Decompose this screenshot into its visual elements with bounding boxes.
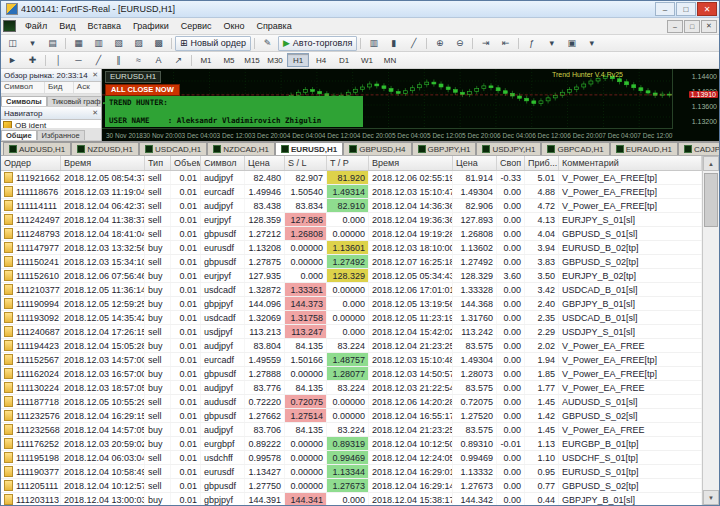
table-row[interactable]: 1111930922018.12.05 14:35:42buy0.01usdca… [1,311,702,325]
column-header-9[interactable]: Цена [453,156,497,170]
menu-item-Вставка[interactable]: Вставка [81,20,126,32]
table-row[interactable]: 1119216622018.12.05 08:54:37sell0.01audj… [1,171,702,185]
column-header-6[interactable]: S / L [285,156,327,170]
menu-item-Сервис[interactable]: Сервис [175,20,218,32]
templates-icon[interactable]: ▣ [562,36,581,51]
profiles-icon[interactable]: ▤ [43,36,62,51]
indicators-dropdown-icon[interactable]: ▾ [542,36,561,51]
mdi-close-button[interactable]: ✕ [701,20,717,33]
table-row[interactable]: 1112103772018.12.05 11:36:14buy0.01usdca… [1,283,702,297]
table-row[interactable]: 1111479772018.12.03 13:32:56buy0.01eurus… [1,241,702,255]
minimize-button[interactable]: – [655,2,675,16]
market-watch-close-icon[interactable]: ✕ [92,71,98,79]
chart-tab-USDCAD,H1[interactable]: USDCAD,H1 [139,142,207,155]
table-row[interactable]: 1111762522018.12.03 20:59:02buy0.01eurgb… [1,437,702,451]
table-row[interactable]: 1111141112018.12.04 06:42:37sell0.01audj… [1,199,702,213]
maximize-button[interactable]: □ [676,2,696,16]
candlestick-chart-icon[interactable]: ▮ [384,36,403,51]
timeframe-MN-button[interactable]: MN [379,53,401,67]
terminal-scrollbar[interactable]: ▲ ▼ [702,156,719,505]
timeframe-H4-button[interactable]: H4 [310,53,332,67]
chart-tab-NZDCAD,H1[interactable]: NZDCAD,H1 [207,142,275,155]
column-header-8[interactable]: Время [369,156,453,170]
chart-shift-icon[interactable]: ⇤ [496,36,515,51]
market-watch-icon[interactable]: ▦ [69,36,88,51]
column-header-3[interactable]: Объем [171,156,201,170]
table-row[interactable]: 1111951982018.12.04 06:03:04sell0.01usdc… [1,451,702,465]
table-row[interactable]: 1112051112018.12.04 10:12:57sell0.01gbpu… [1,479,702,493]
column-header-0[interactable]: Ордер [1,156,61,170]
chart-tab-NZDUSD,H1[interactable]: NZDUSD,H1 [71,142,139,155]
navigator-close-icon[interactable]: ✕ [92,109,98,117]
vertical-line-icon[interactable]: │ [49,53,68,68]
column-header-1[interactable]: Время [61,156,145,170]
arrows-icon[interactable]: ↗ [169,53,188,68]
data-window-icon[interactable]: ▥ [89,36,108,51]
menu-item-Справка[interactable]: Справка [250,20,297,32]
strategy-tester-icon[interactable]: ▩ [149,36,168,51]
line-chart-icon[interactable]: ╱ [404,36,423,51]
text-label-icon[interactable]: A [149,53,168,68]
terminal-icon[interactable]: ▨ [129,36,148,51]
timeframe-W1-button[interactable]: W1 [356,53,378,67]
timeframe-D1-button[interactable]: D1 [333,53,355,67]
auto-trading-button[interactable]: ▶Авто-торговля [278,36,357,51]
chart-list-dropdown-icon[interactable]: ▾ [23,36,42,51]
trendline-icon[interactable]: ╱ [89,53,108,68]
market-watch-tab-Символы[interactable]: Символы [1,96,47,106]
table-row[interactable]: 1112325762018.12.04 16:29:15sell0.01gbpu… [1,409,702,423]
close-all-trades-button[interactable]: ALL CLOSE NOW [105,84,180,96]
crosshair-icon[interactable]: ✚ [23,53,42,68]
table-row[interactable]: 1112031132018.12.04 13:00:03buy0.01gbpjp… [1,493,702,505]
table-row[interactable]: 1111903772018.12.04 10:58:49sell0.01euru… [1,465,702,479]
chart-tab-CADJPY,H1[interactable]: CADJPY,H1 [678,142,719,155]
mdi-restore-button[interactable]: □ [684,20,700,33]
chart-tab-EURUSD,H1[interactable]: EURUSD,H1 [275,142,343,155]
timeframe-M5-button[interactable]: M5 [218,53,240,67]
column-header-2[interactable]: Тип [145,156,171,170]
cursor-icon[interactable]: ► [3,53,22,68]
table-row[interactable]: 1111302242018.12.03 18:57:05buy0.01audjp… [1,381,702,395]
table-row[interactable]: 1111525672018.12.03 14:57:00sell0.01eurc… [1,353,702,367]
table-row[interactable]: 1112406872018.12.04 17:26:15sell0.01usdj… [1,325,702,339]
table-row[interactable]: 1111526102018.12.06 07:56:46buy0.01eurjp… [1,269,702,283]
zoom-out-icon[interactable]: ⊖ [450,36,469,51]
auto-scroll-icon[interactable]: ⇥ [476,36,495,51]
navigator-item-OB ident[interactable]: OB ident [3,121,99,128]
table-row[interactable]: 1111502412018.12.03 15:34:10sell0.01gbpu… [1,255,702,269]
chart-tab-AUDUSD,H1[interactable]: AUDUSD,H1 [3,142,71,155]
timeframe-M15-button[interactable]: M15 [241,53,263,67]
table-row[interactable]: 1112487932018.12.04 18:41:04sell0.01gbpu… [1,227,702,241]
chart-tab-EURAUD,H1[interactable]: EURAUD,H1 [610,142,678,155]
horizontal-line-icon[interactable]: ─ [69,53,88,68]
close-button[interactable]: ✕ [697,2,717,16]
navigator-tab-Избранное[interactable]: Избранное [37,130,85,140]
metaeditor-icon[interactable]: ✎ [258,36,277,51]
equidistant-channel-icon[interactable]: ∥ [109,53,128,68]
menu-item-Файл[interactable]: Файл [19,20,53,32]
timeframe-M30-button[interactable]: M30 [264,53,286,67]
table-row[interactable]: 1112325682018.12.04 14:57:05buy0.01audjp… [1,423,702,437]
indicators-icon[interactable]: ƒ [522,36,541,51]
chart-tab-GBPJPY,H1[interactable]: GBPJPY,H1 [412,142,477,155]
column-header-5[interactable]: Цена [245,156,285,170]
scroll-up-icon[interactable]: ▲ [703,156,719,171]
new-chart-icon[interactable]: ◫ [3,36,22,51]
column-header-4[interactable]: Символ [201,156,245,170]
chart-tab-USDJPY,H1[interactable]: USDJPY,H1 [476,142,541,155]
navigator-tab-Общие[interactable]: Общие [1,130,37,140]
templates-dropdown-icon[interactable]: ▾ [582,36,601,51]
menu-item-Графики[interactable]: Графики [127,20,175,32]
chart-area[interactable]: EURUSD,H1 ALL CLOSE NOW TREND HUNTER: US… [102,69,719,141]
table-row[interactable]: 1111944232018.12.04 15:05:28buy0.01audjp… [1,339,702,353]
column-header-12[interactable]: Комментарий [559,156,702,170]
zoom-in-icon[interactable]: ⊕ [430,36,449,51]
table-row[interactable]: 1111620242018.12.03 16:57:00buy0.01gbpus… [1,367,702,381]
fibonacci-icon[interactable]: ≈ [129,53,148,68]
table-row[interactable]: 1112424972018.12.04 11:38:37sell0.01eurj… [1,213,702,227]
bar-chart-icon[interactable]: ▥ [364,36,383,51]
chart-tab-GBPUSD,H4[interactable]: GBPUSD,H4 [343,142,411,155]
new-order-button[interactable]: ⊞Новый ордер [175,36,251,51]
timeframe-H1-button[interactable]: H1 [287,53,309,67]
scrollbar-thumb[interactable] [704,173,718,227]
